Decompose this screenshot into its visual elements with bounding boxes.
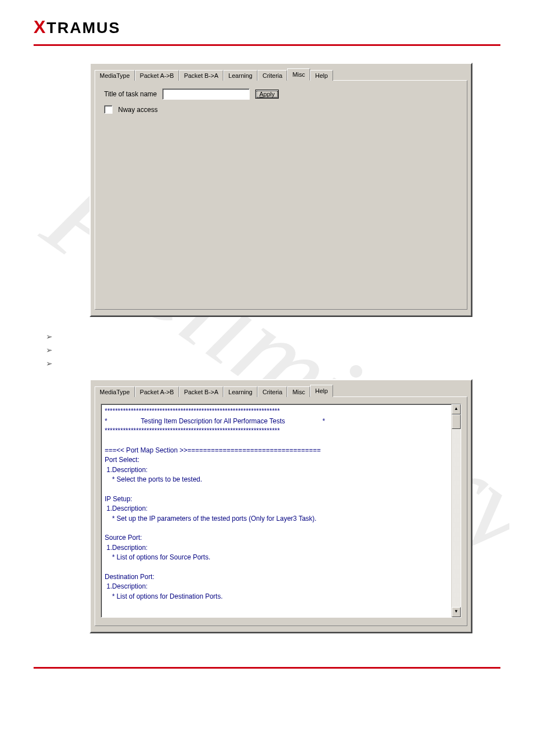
misc-panel: Title of task name Apply Nway access [95, 80, 467, 310]
tab-learning[interactable]: Learning [223, 70, 257, 81]
tab-help[interactable]: Help [310, 70, 333, 81]
help-text: ****************************************… [101, 404, 451, 617]
tab-mediatype[interactable]: MediaType [95, 386, 135, 397]
dialog-help: MediaType Packet A->B Packet B->A Learni… [90, 379, 472, 633]
tab-criteria[interactable]: Criteria [257, 386, 287, 397]
tab-criteria[interactable]: Criteria [257, 70, 287, 81]
chevron-right-icon: ➢ [46, 330, 500, 344]
tab-packet-b-a[interactable]: Packet B->A [179, 386, 223, 397]
scroll-thumb[interactable] [452, 414, 461, 429]
tab-packet-a-b[interactable]: Packet A->B [135, 386, 179, 397]
chevron-right-icon: ➢ [46, 344, 500, 357]
header-rule [34, 44, 500, 46]
tab-mediatype[interactable]: MediaType [95, 70, 135, 81]
footer-rule [34, 667, 500, 669]
chevron-right-icon: ➢ [46, 357, 500, 371]
scroll-track[interactable] [452, 414, 461, 607]
brand-logo: XTRAMUS [34, 11, 500, 42]
dialog-misc: MediaType Packet A->B Packet B->A Learni… [90, 63, 472, 317]
tab-misc[interactable]: Misc [287, 68, 310, 81]
tab-packet-b-a[interactable]: Packet B->A [179, 70, 223, 81]
scroll-up-icon[interactable]: ▲ [452, 404, 461, 414]
nway-access-label: Nway access [118, 106, 158, 114]
tab-misc[interactable]: Misc [287, 386, 310, 397]
scrollbar[interactable]: ▲ ▼ [451, 404, 461, 617]
help-panel: ****************************************… [95, 396, 467, 626]
title-of-task-label: Title of task name [104, 90, 157, 98]
tab-packet-a-b[interactable]: Packet A->B [135, 70, 179, 81]
tab-learning[interactable]: Learning [223, 386, 257, 397]
tabstrip: MediaType Packet A->B Packet B->A Learni… [95, 384, 467, 396]
apply-button[interactable]: Apply [255, 90, 279, 99]
help-textbox: ****************************************… [101, 404, 461, 618]
title-of-task-input[interactable] [162, 88, 250, 100]
tabstrip: MediaType Packet A->B Packet B->A Learni… [95, 68, 467, 80]
scroll-down-icon[interactable]: ▼ [452, 607, 461, 617]
tab-help[interactable]: Help [310, 385, 333, 397]
nway-access-checkbox[interactable] [104, 105, 113, 114]
bullet-list: ➢ ➢ ➢ [46, 330, 500, 370]
